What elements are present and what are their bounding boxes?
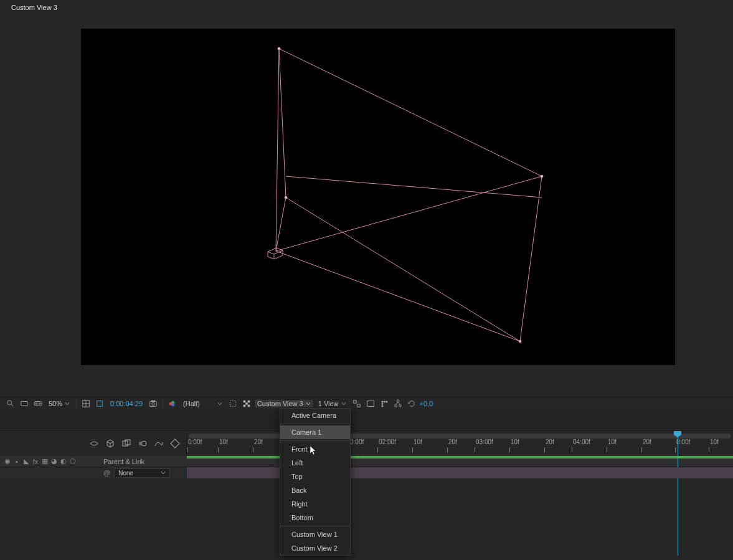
ruler-tick-label: 10f (710, 439, 719, 445)
svg-line-42 (398, 402, 400, 404)
view-layout-dropdown[interactable]: 1 View (316, 400, 349, 407)
view-menu-item[interactable]: Back (280, 483, 350, 497)
channel-icon[interactable] (167, 399, 178, 409)
svg-rect-34 (248, 404, 250, 407)
composition-viewport[interactable] (81, 29, 675, 365)
label-col-icon: ◣ (22, 458, 30, 465)
svg-point-39 (394, 404, 397, 407)
view-select-menu: Active CameraCamera 1FrontLeftTopBackRig… (280, 408, 351, 556)
svg-line-4 (276, 176, 542, 251)
ruler-tick-label: 02:00f (379, 439, 396, 445)
svg-rect-33 (244, 404, 246, 407)
fast-preview-icon[interactable] (379, 399, 390, 409)
svg-point-9 (278, 47, 280, 50)
collapse-icon[interactable] (170, 439, 180, 448)
active-view-dropdown[interactable]: Custom View 3 (255, 400, 313, 407)
motion-blur-icon[interactable] (138, 439, 148, 448)
resolution-dropdown[interactable]: (Half) (181, 400, 225, 407)
ruler-tick-label: 0:00f (676, 439, 690, 445)
svg-line-5 (286, 197, 520, 341)
svg-point-13 (7, 400, 12, 404)
view-menu-item[interactable]: Custom View 2 (280, 541, 350, 555)
shy-icon[interactable] (89, 439, 99, 448)
ruler-tick-label: 04:00f (573, 439, 590, 445)
layer-switches-header: ◉ ▪ ◣ fx ▦ ◕ ◐ ⬠ (0, 456, 100, 467)
svg-rect-25 (151, 400, 154, 401)
roi-icon[interactable] (227, 399, 239, 409)
svg-line-1 (279, 49, 286, 197)
share-view-icon[interactable] (351, 399, 362, 409)
svg-point-11 (541, 175, 543, 178)
layer-row[interactable]: @ None (0, 467, 733, 478)
svg-point-12 (519, 340, 521, 343)
flowchart-icon[interactable] (392, 399, 404, 409)
svg-rect-23 (150, 401, 157, 406)
timeline-left-tools (0, 431, 187, 456)
ruler-tick-label: 10f (511, 439, 519, 445)
svg-line-41 (395, 402, 398, 404)
pickwhip-icon[interactable]: @ (103, 469, 110, 477)
view-menu-item[interactable]: Top (280, 470, 350, 483)
render-3d-icon[interactable] (105, 439, 115, 448)
view-menu-item[interactable]: Custom View 1 (280, 528, 350, 541)
view-label: Custom View 3 (11, 4, 57, 11)
svg-rect-22 (97, 401, 103, 406)
ruler-tick-label: 0:00f (188, 439, 202, 445)
view-menu-item[interactable]: Bottom (280, 511, 350, 524)
svg-rect-30 (244, 400, 246, 402)
svg-line-6 (276, 197, 286, 251)
ruler-tick-label: 0:00f (350, 439, 364, 445)
ruler-tick-label: 10f (608, 439, 617, 445)
svg-point-40 (399, 404, 401, 407)
svg-rect-32 (245, 402, 248, 405)
parent-link-header: Parent & Link (100, 456, 187, 467)
snapshot-icon[interactable] (148, 399, 159, 409)
3d-col-icon: ⬠ (69, 458, 77, 465)
view-menu-item[interactable]: Active Camera (280, 409, 350, 422)
svg-rect-31 (248, 400, 250, 402)
ruler-tick-label: 10f (414, 439, 422, 445)
frame-blend-col-icon: ▦ (41, 458, 49, 465)
transparency-grid-icon[interactable] (241, 399, 252, 409)
svg-point-38 (397, 399, 399, 402)
svg-line-8 (276, 49, 279, 251)
svg-point-17 (35, 402, 37, 404)
svg-point-24 (152, 402, 154, 405)
av-col-icon: ◉ (4, 458, 11, 465)
svg-point-45 (141, 441, 146, 446)
current-time[interactable]: 0:00:04:29 (108, 400, 145, 407)
ruler-tick-label: 20f (546, 439, 554, 445)
alpha-icon[interactable] (19, 399, 30, 409)
svg-line-7 (276, 251, 520, 341)
svg-point-10 (285, 196, 287, 199)
timeline-ruler[interactable]: 0:00f10f20f0:00f02:00f10f20f03:00f10f20f… (187, 431, 733, 456)
magnify-icon[interactable] (5, 399, 16, 409)
mask-toggle-icon[interactable] (94, 399, 105, 409)
svg-line-14 (11, 404, 14, 406)
grid-icon[interactable] (80, 399, 92, 409)
graph-editor-icon[interactable] (154, 439, 164, 448)
reset-exposure-icon[interactable] (406, 399, 417, 409)
lock-col-icon: ▪ (13, 458, 21, 465)
layer-track[interactable] (187, 467, 733, 478)
cursor-icon (310, 446, 318, 457)
svg-line-3 (520, 176, 542, 341)
svg-rect-36 (357, 404, 359, 406)
view-menu-item[interactable]: Right (280, 497, 350, 511)
viewer-footer: 50% 0:00:04:29 (Half) Custom View 3 1 Vi… (0, 397, 733, 409)
fx-col-icon: fx (32, 458, 39, 465)
zoom-dropdown[interactable]: 50% (46, 400, 72, 407)
vr-icon[interactable] (32, 399, 44, 409)
frame-blend-icon[interactable] (121, 439, 131, 448)
ruler-tick-label: 20f (448, 439, 457, 445)
timeline-panel: 0:00f10f20f0:00f02:00f10f20f03:00f10f20f… (0, 409, 733, 560)
svg-rect-35 (353, 400, 356, 402)
pixel-aspect-icon[interactable] (365, 399, 376, 409)
parent-dropdown[interactable]: None (114, 468, 170, 478)
svg-rect-29 (230, 401, 236, 406)
view-menu-item[interactable]: Camera 1 (280, 425, 350, 439)
exposure-value[interactable]: +0,0 (420, 400, 433, 407)
current-time-indicator[interactable] (678, 431, 678, 556)
svg-point-18 (39, 402, 40, 404)
view-menu-item[interactable]: Left (280, 456, 350, 470)
